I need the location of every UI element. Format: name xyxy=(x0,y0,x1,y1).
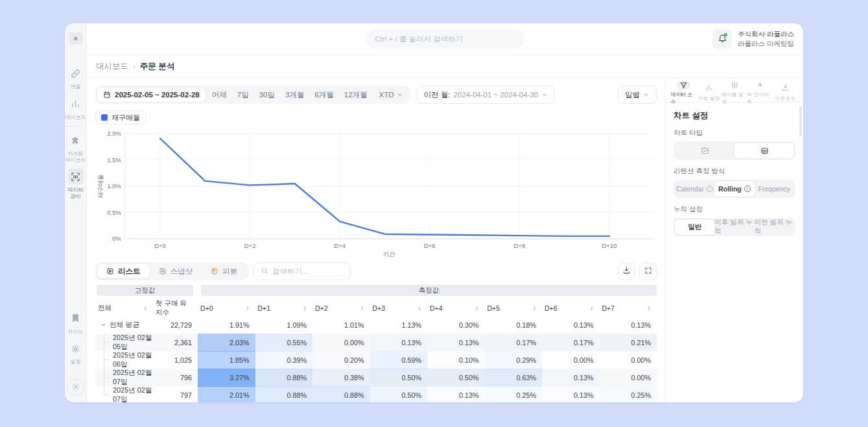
sidebar-item-dashboard[interactable]: 대시보드 xyxy=(65,96,86,121)
retention-value-cell: 0.88% xyxy=(312,386,370,402)
breadcrumb-root[interactable]: 대시보드 xyxy=(96,61,128,72)
sort-icon[interactable]: ▲▼ xyxy=(418,306,421,311)
sort-icon[interactable]: ▲▼ xyxy=(533,306,536,311)
segment-option-이후-범위-누적[interactable]: 이후 범위 누적 xyxy=(714,219,754,235)
table-view-tab-snapshot[interactable]: 스냅샷 xyxy=(150,264,202,278)
column-header-D+0[interactable]: D+0▲▼ xyxy=(198,299,255,317)
table-row[interactable]: 2025년 02월 07일7972.01%0.88%0.88%0.50%0.13… xyxy=(95,386,657,402)
retention-value-cell: 0.21% xyxy=(600,334,657,352)
sidebar-item-data-management[interactable]: 데이터 관리 xyxy=(65,169,86,199)
dashboard-icon xyxy=(68,96,84,112)
retention-value-cell: 0.13% xyxy=(427,334,485,352)
table-view-tab-pivot[interactable]: 피봇 xyxy=(202,264,246,278)
date-preset-button[interactable]: 6개월 xyxy=(309,88,338,102)
retained-count-cell: 2,361 xyxy=(153,334,198,352)
panel-tab-data-source[interactable]: 데이터 소스 xyxy=(671,81,696,102)
main-content: 2025-02-05 ~ 2025-02-28 어제7일30일3개월6개월12개… xyxy=(87,78,665,402)
retention-value-cell: 0.00% xyxy=(600,351,657,369)
expand-icon xyxy=(644,267,652,276)
panel-tab-chart-settings[interactable]: 차트 설정 xyxy=(696,81,721,102)
download-table-button[interactable] xyxy=(618,263,635,280)
column-header-D+4[interactable]: D+4▲▼ xyxy=(427,299,485,317)
sort-icon[interactable]: ▲▼ xyxy=(590,306,593,311)
segment-option-table-chart[interactable] xyxy=(734,143,794,158)
info-icon: i xyxy=(744,186,751,192)
legend-item-repurchase-rate[interactable]: 재구매율 xyxy=(95,110,146,125)
sidebar-item-custom-dashboard[interactable]: 커스텀 대시보드 xyxy=(65,132,86,163)
panel-tab-table-settings[interactable]: 테이블 설정 xyxy=(721,81,747,102)
page-title: 주문 분석 xyxy=(140,61,174,72)
date-preset-button[interactable]: 12개월 xyxy=(339,88,373,102)
segment-option-calendar[interactable]: Calendari xyxy=(675,181,714,197)
legend-label: 재구매율 xyxy=(111,113,140,123)
column-header-D+2[interactable]: D+2▲▼ xyxy=(312,299,370,317)
row-label[interactable]: 전체 평균 xyxy=(95,316,153,334)
table-view-tab-list[interactable]: 리스트 xyxy=(97,264,150,278)
previous-period-dropdown[interactable]: 이전 월: 2024-04-01 ~ 2024-04-30 xyxy=(417,86,556,104)
retention-value-cell: 0.13% xyxy=(600,316,657,334)
tree-connector-line xyxy=(104,378,104,387)
date-range-button[interactable]: 2025-02-05 ~ 2025-02-28 xyxy=(97,88,205,102)
sort-icon[interactable]: ▲▼ xyxy=(246,306,249,311)
table-row[interactable]: 2025년 02월 05일2,3612.03%0.55%0.00%0.13%0.… xyxy=(95,334,657,351)
sort-icon[interactable]: ▲▼ xyxy=(475,306,478,311)
panel-tab-download[interactable]: 다운로드 xyxy=(773,81,798,102)
date-preset-button[interactable]: 3개월 xyxy=(280,88,309,102)
theme-toggle-button[interactable] xyxy=(67,379,84,396)
date-preset-button[interactable]: 7일 xyxy=(232,88,254,102)
column-header-D+7[interactable]: D+7▲▼ xyxy=(600,299,657,317)
retained-count-cell: 797 xyxy=(153,386,198,402)
sidebar-item-guide[interactable]: 가이드 xyxy=(68,311,84,336)
row-label: 2025년 02월 06일 xyxy=(95,351,153,369)
sort-icon[interactable]: ▲▼ xyxy=(144,306,147,311)
table-row[interactable]: 2025년 02월 06일1,0251.85%0.39%0.20%0.59%0.… xyxy=(95,351,657,369)
chart-legend: 재구매율 xyxy=(95,110,657,125)
panel-tab-ai-insight[interactable]: AI 인사이트 xyxy=(747,81,773,102)
date-preset-button[interactable]: 어제 xyxy=(207,88,232,102)
xtd-dropdown[interactable]: XTD xyxy=(374,88,408,102)
chevron-down-icon xyxy=(541,92,548,98)
funnel-icon xyxy=(677,81,690,90)
retention-value-cell: 0.13% xyxy=(542,386,600,402)
column-header-D+3[interactable]: D+3▲▼ xyxy=(370,299,428,317)
sort-icon[interactable]: ▲▼ xyxy=(648,306,651,311)
date-preset-button[interactable]: 30일 xyxy=(254,88,280,102)
row-label: 2025년 02월 07일 xyxy=(95,386,153,402)
column-header-D+1[interactable]: D+1▲▼ xyxy=(255,299,313,317)
search-icon xyxy=(261,267,268,276)
segment-option-rolling[interactable]: Rollingi xyxy=(714,181,754,197)
notifications-button[interactable] xyxy=(712,29,732,49)
table-search-input[interactable]: 검색하기... xyxy=(253,262,351,280)
granularity-dropdown[interactable]: 일별 xyxy=(618,86,657,104)
table-summary-row[interactable]: 전체 평균22,7291.91%1.09%1.01%1.13%0.30%0.18… xyxy=(95,316,657,334)
account-info[interactable]: 주식회사 라플라스 라플라스 마케팅팀 xyxy=(738,29,794,48)
segment-option-frequency[interactable]: Frequency xyxy=(755,181,794,197)
retention-value-cell: 0.13% xyxy=(427,386,485,402)
retention-value-cell: 0.63% xyxy=(485,369,543,387)
retention-value-cell: 0.29% xyxy=(485,351,543,369)
global-search-input[interactable]: Ctrl + / 를 눌러서 검색하기 xyxy=(366,29,524,49)
expand-table-button[interactable] xyxy=(639,263,657,280)
segment-option-이전-범위-누적[interactable]: 이전 범위 누적 xyxy=(755,219,794,235)
retention-value-cell: 1.13% xyxy=(370,316,428,334)
retention-value-cell: 0.13% xyxy=(542,369,600,387)
retention-value-cell: 0.00% xyxy=(600,369,657,387)
sidebar-item-connect[interactable]: 연결 xyxy=(65,66,86,90)
sidebar-item-label: 대시보드 xyxy=(65,114,86,121)
sort-icon[interactable]: ▲▼ xyxy=(303,306,307,311)
date-filter-group: 2025-02-05 ~ 2025-02-28 어제7일30일3개월6개월12개… xyxy=(95,86,410,104)
table-body: 전체 평균22,7291.91%1.09%1.01%1.13%0.30%0.18… xyxy=(95,316,657,402)
previous-period-label: 이전 월: xyxy=(424,90,451,100)
sidebar-collapse-button[interactable]: » xyxy=(69,32,83,44)
table-row[interactable]: 2025년 02월 07일7963.27%0.88%0.38%0.50%0.50… xyxy=(95,369,657,386)
segment-option-일반[interactable]: 일반 xyxy=(675,219,714,235)
segment-option-line-chart[interactable] xyxy=(675,143,734,158)
panel-scrollbar[interactable] xyxy=(799,106,802,136)
retention-value-cell: 0.00% xyxy=(542,351,600,369)
column-header-전체[interactable]: 전체▲▼ xyxy=(95,299,153,317)
column-header-D+6[interactable]: D+6▲▼ xyxy=(542,299,600,317)
retention-value-cell: 2.03% xyxy=(198,334,255,352)
sort-icon[interactable]: ▲▼ xyxy=(360,306,364,311)
sidebar-item-settings[interactable]: 설정 xyxy=(68,341,84,365)
column-header-D+5[interactable]: D+5▲▼ xyxy=(485,299,543,317)
